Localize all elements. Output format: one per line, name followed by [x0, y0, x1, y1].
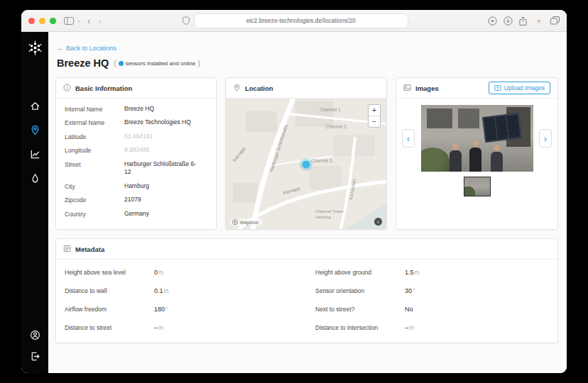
sidebar-toggle-icon[interactable]	[64, 17, 74, 25]
page-header: Breeze HQ ( sensors installed and online…	[57, 57, 558, 69]
images-header: Images Upload Images	[396, 78, 557, 99]
zoom-window-button[interactable]	[50, 18, 56, 24]
info-label: Longitude	[65, 146, 124, 154]
app-sidebar	[21, 32, 48, 373]
sidebar-nav	[27, 98, 43, 186]
info-label: Latitude	[65, 133, 124, 140]
meta-value: 180	[154, 306, 165, 313]
map-info-button[interactable]: i	[374, 218, 382, 226]
card-title: Images	[415, 84, 439, 92]
meta-label: Next to street?	[315, 306, 405, 313]
info-row-country: Country Germany	[56, 207, 216, 221]
meta-distance-to-intersection: Distance to intersection –m	[307, 318, 557, 337]
meta-value: No	[405, 306, 413, 313]
meta-unit: m	[158, 269, 163, 276]
info-label: City	[65, 182, 124, 190]
meta-label: Sensor orientation	[315, 287, 405, 294]
upload-images-label: Upload Images	[504, 84, 545, 91]
privacy-shield-icon[interactable]	[183, 16, 190, 25]
card-title: Location	[245, 84, 273, 92]
photo-solar-panel	[482, 113, 522, 143]
thumbnail-strip	[402, 177, 552, 196]
metadata-body: Height above sea level 0m Height above g…	[56, 260, 557, 343]
tab-overview-icon[interactable]	[550, 16, 560, 25]
status-text: sensors installed and online	[126, 60, 196, 67]
logout-icon[interactable]	[27, 348, 43, 364]
browser-back-button[interactable]: ‹	[86, 16, 92, 26]
meta-next-to-street: Next to street? No	[307, 300, 557, 318]
browser-forward-button[interactable]: ›	[97, 16, 102, 26]
zoom-in-button[interactable]: +	[369, 105, 380, 116]
image-icon	[403, 82, 411, 94]
meta-value: 0.1	[154, 287, 163, 294]
zoom-out-button[interactable]: −	[369, 116, 380, 127]
basic-information-card: Basic Information Internal Name Breeze H…	[55, 77, 217, 230]
meta-distance-to-wall: Distance to wall 0.1m	[56, 282, 307, 300]
photo-thumbnail[interactable]	[464, 177, 491, 196]
downloads-icon[interactable]	[503, 16, 513, 26]
info-row-street: Street Harburger Schloßstraße 6-12	[56, 157, 216, 179]
screen-record-icon[interactable]	[488, 16, 497, 26]
new-tab-button[interactable]: ＋	[533, 17, 544, 25]
meta-label: Distance to street	[65, 324, 154, 331]
location-card: Location	[225, 77, 387, 230]
sidebar-item-analytics[interactable]	[27, 146, 43, 162]
sidebar-item-locations[interactable]	[27, 122, 43, 138]
upload-images-button[interactable]: Upload Images	[489, 82, 550, 94]
sidebar-item-home[interactable]	[27, 98, 43, 113]
photo-bush	[421, 148, 450, 172]
meta-unit: m	[164, 287, 169, 294]
share-icon[interactable]	[519, 16, 527, 26]
browser-actions: ＋	[488, 16, 560, 26]
sidebar-item-air-quality[interactable]	[27, 170, 43, 186]
info-value: Germany	[124, 210, 149, 218]
carousel-prev-button[interactable]: ‹	[402, 129, 415, 148]
sidebar-bottom	[27, 327, 43, 364]
info-value: Breeze HQ	[124, 105, 154, 113]
back-arrow-icon: ←	[57, 45, 63, 52]
map-canvas[interactable]: Channel 1 Channel 2 Channel 3 Harburger …	[226, 99, 386, 229]
meta-value: –	[154, 324, 158, 331]
address-bar[interactable]: eic2.breeze-technologies.de/locations/20	[194, 13, 408, 28]
info-row-longitude: Longitude 9.983495	[56, 143, 216, 157]
map-tiles	[226, 99, 386, 229]
app-shell: ← Back to Locations Breeze HQ ( sensors …	[21, 32, 567, 373]
meta-sensor-orientation: Sensor orientation 30°	[307, 282, 557, 300]
map-pin-icon	[233, 82, 241, 94]
meta-value: 1.5	[405, 269, 414, 276]
meta-value: 0	[154, 269, 158, 276]
mapbox-attribution[interactable]: mapbox	[230, 218, 263, 226]
info-row-latitude: Latitude 53.464161	[56, 130, 216, 143]
info-circle-icon	[63, 82, 71, 94]
info-value: Harburger Schloßstraße 6-12	[124, 160, 201, 177]
info-label: Zipcode	[65, 196, 124, 204]
mapbox-label: mapbox	[240, 220, 258, 225]
minimize-window-button[interactable]	[39, 18, 45, 24]
card-title: Basic Information	[75, 84, 132, 92]
page-title: Breeze HQ	[57, 57, 109, 69]
info-value: Breeze Technologies HQ	[124, 118, 191, 126]
url-zone: eic2.breeze-technologies.de/locations/20	[108, 13, 483, 28]
map-zoom-controls: + −	[368, 104, 381, 128]
info-value: 9.983495	[124, 146, 149, 154]
chevron-down-icon[interactable]: ⌄	[77, 18, 81, 23]
info-label: Country	[65, 210, 124, 218]
carousel-next-button[interactable]: ›	[539, 129, 552, 148]
back-to-locations-link[interactable]: ← Back to Locations	[57, 45, 116, 52]
meta-label: Distance to intersection	[315, 324, 405, 331]
info-value: 53.464161	[124, 133, 153, 140]
meta-unit: m	[158, 324, 163, 331]
metadata-header: Metadata	[56, 239, 557, 260]
image-carousel: ‹	[402, 105, 552, 172]
close-window-button[interactable]	[28, 18, 35, 24]
metadata-card: Metadata Height above sea level 0m Heigh…	[55, 238, 558, 343]
browser-chrome: ⌄ ‹ › eic2.breeze-technologies.de/locati…	[21, 10, 567, 32]
account-icon[interactable]	[27, 327, 43, 343]
location-photo[interactable]	[421, 105, 533, 172]
images-card: Images Upload Images ‹	[396, 77, 558, 230]
back-link-label: Back to Locations	[66, 45, 116, 52]
photo-person	[469, 140, 481, 172]
images-body: ‹	[396, 99, 557, 229]
photo-building-window	[458, 109, 479, 128]
main-content: ← Back to Locations Breeze HQ ( sensors …	[48, 32, 567, 373]
